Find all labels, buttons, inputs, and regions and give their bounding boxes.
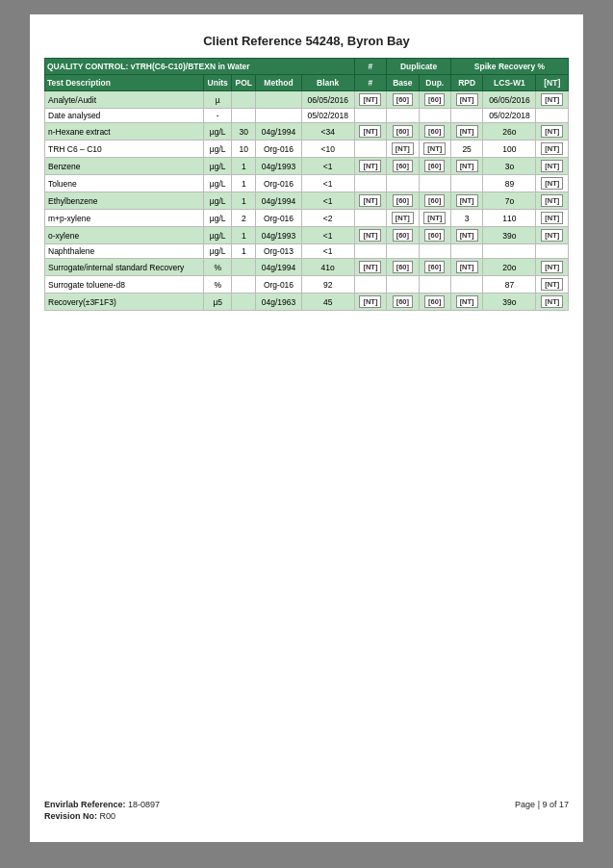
nt-badge: [NT] bbox=[423, 142, 446, 155]
cell-units: % bbox=[204, 259, 232, 276]
cell-pol bbox=[232, 109, 256, 123]
cell-rpd bbox=[450, 109, 482, 123]
cell-base bbox=[387, 244, 419, 259]
cell-desc: n-Hexane extract bbox=[45, 123, 204, 140]
cell-blank: <1 bbox=[301, 175, 354, 192]
col-rpd: RPD bbox=[450, 75, 482, 91]
cell-num: [NT] bbox=[354, 192, 386, 210]
nt-badge: [NT] bbox=[359, 93, 381, 106]
table-row: o-xylene µg/L 1 04g/1993 <1 [NT] [60] [6… bbox=[45, 227, 569, 244]
nt-badge: [NT] bbox=[541, 194, 563, 207]
table-row: Toluene µg/L 1 Org-016 <1 89 [NT] bbox=[45, 175, 569, 192]
cell-dup: [NT] bbox=[419, 140, 450, 158]
table-row: m+p-xylene µg/L 2 Org-016 <2 [NT] [NT] 3… bbox=[45, 210, 569, 227]
cell-dup: [60] bbox=[419, 294, 450, 311]
cell-num: [NT] bbox=[354, 294, 386, 311]
cell-nt: [NT] bbox=[536, 140, 569, 158]
nt-badge: [NT] bbox=[359, 295, 381, 308]
nt-badge: [NT] bbox=[456, 125, 478, 138]
cell-desc: Analyte/Audit bbox=[45, 91, 204, 109]
nt-badge: [NT] bbox=[392, 142, 414, 155]
cell-desc: Surrogate toluene-d8 bbox=[45, 276, 204, 294]
cell-method: Org-016 bbox=[256, 140, 301, 158]
cell-rpd: [NT] bbox=[450, 91, 482, 109]
cell-dup: [60] bbox=[419, 259, 450, 276]
col-nt: [NT] bbox=[536, 75, 569, 91]
nt-badge: [60] bbox=[424, 160, 445, 172]
cell-method bbox=[256, 91, 301, 109]
cell-units: µg/L bbox=[204, 158, 232, 175]
table-row: Naphthalene µg/L 1 Org-013 <1 bbox=[45, 244, 569, 259]
nt-badge: [NT] bbox=[456, 194, 478, 207]
nt-badge: [NT] bbox=[541, 177, 563, 190]
cell-nt: [NT] bbox=[536, 91, 569, 109]
cell-units: µg/L bbox=[204, 244, 232, 259]
page-label: Page | 9 of 17 bbox=[515, 800, 569, 809]
table-row: Surrogate toluene-d8 % Org-016 92 87 [NT… bbox=[45, 276, 569, 294]
cell-base bbox=[387, 276, 419, 294]
cell-pol: 30 bbox=[232, 123, 256, 140]
cell-base: [60] bbox=[387, 294, 419, 311]
cell-rpd bbox=[450, 276, 482, 294]
cell-method: Org-016 bbox=[256, 210, 301, 227]
cell-nt bbox=[536, 109, 569, 123]
cell-rpd: 3 bbox=[450, 210, 482, 227]
cell-lcs: 100 bbox=[483, 140, 536, 158]
nt-badge: [NT] bbox=[456, 160, 478, 172]
cell-rpd: [NT] bbox=[450, 294, 482, 311]
cell-base: [60] bbox=[387, 91, 419, 109]
cell-dup bbox=[419, 175, 450, 192]
cell-nt bbox=[536, 244, 569, 259]
cell-units: % bbox=[204, 276, 232, 294]
cell-num bbox=[354, 276, 386, 294]
cell-lcs: 110 bbox=[483, 210, 536, 227]
cell-lcs: 7o bbox=[483, 192, 536, 210]
cell-method: Org-016 bbox=[256, 175, 301, 192]
duplicate-header: Duplicate bbox=[387, 59, 451, 75]
cell-rpd bbox=[450, 175, 482, 192]
cell-desc: m+p-xylene bbox=[45, 210, 204, 227]
cell-method bbox=[256, 109, 301, 123]
cell-dup bbox=[419, 109, 450, 123]
cell-lcs: 39o bbox=[483, 227, 536, 244]
cell-num: [NT] bbox=[354, 227, 386, 244]
cell-method: 04g/1993 bbox=[256, 227, 301, 244]
cell-units: µg/L bbox=[204, 227, 232, 244]
cell-dup bbox=[419, 276, 450, 294]
reference-value: 18-0897 bbox=[128, 800, 160, 809]
cell-dup: [60] bbox=[419, 123, 450, 140]
col-lcs: LCS-W1 bbox=[483, 75, 536, 91]
cell-units: µ5 bbox=[204, 294, 232, 311]
cell-blank: <10 bbox=[301, 140, 354, 158]
cell-pol bbox=[232, 91, 256, 109]
table-row: n-Hexane extract µg/L 30 04g/1994 <34 [N… bbox=[45, 123, 569, 140]
nt-badge: [NT] bbox=[456, 261, 478, 273]
revision-value: R00 bbox=[100, 811, 116, 821]
cell-blank: <1 bbox=[301, 244, 354, 259]
col-blank: Blank bbox=[301, 75, 354, 91]
cell-pol: 1 bbox=[232, 175, 256, 192]
cell-nt: [NT] bbox=[536, 192, 569, 210]
cell-nt: [NT] bbox=[536, 175, 569, 192]
table-row: Ethylbenzene µg/L 1 04g/1994 <1 [NT] [60… bbox=[45, 192, 569, 210]
cell-base bbox=[387, 109, 419, 123]
col-dup: Dup. bbox=[419, 75, 450, 91]
cell-method: 04g/1994 bbox=[256, 123, 301, 140]
cell-units: µg/L bbox=[204, 140, 232, 158]
cell-method: 04g/1963 bbox=[256, 294, 301, 311]
nt-badge: [NT] bbox=[541, 261, 563, 273]
cell-lcs: 26o bbox=[483, 123, 536, 140]
table-body: Analyte/Audit µ 06/05/2016 [NT] [60] [60… bbox=[45, 91, 569, 311]
cell-desc: Recovery(±3F1F3) bbox=[45, 294, 204, 311]
spike-header: Spike Recovery % bbox=[450, 59, 568, 75]
cell-lcs: 89 bbox=[483, 175, 536, 192]
cell-method: 04g/1994 bbox=[256, 259, 301, 276]
cell-desc: TRH C6 – C10 bbox=[45, 140, 204, 158]
footer-left: Envirlab Reference: 18-0897 Revision No:… bbox=[44, 800, 160, 823]
cell-units: - bbox=[204, 109, 232, 123]
table-row: Surrogate/internal standard Recovery % 0… bbox=[45, 259, 569, 276]
cell-dup: [NT] bbox=[419, 210, 450, 227]
cell-blank: <1 bbox=[301, 158, 354, 175]
num-col-header: # bbox=[354, 59, 386, 75]
col-num: # bbox=[354, 75, 386, 91]
